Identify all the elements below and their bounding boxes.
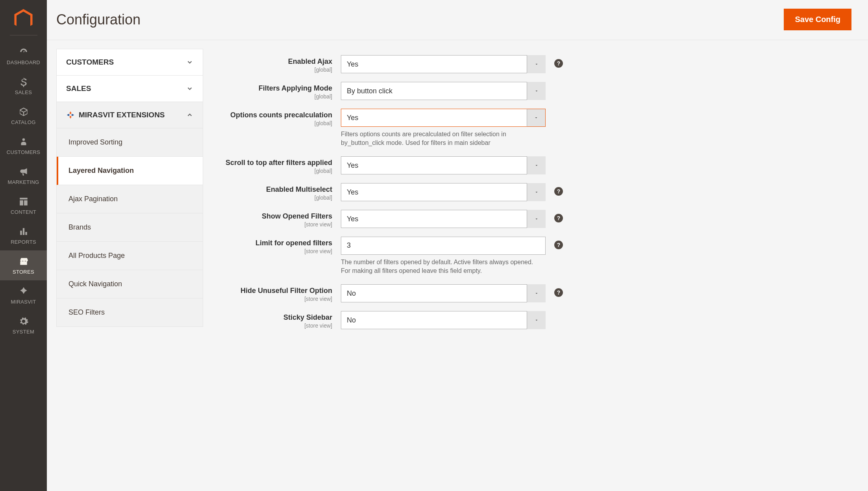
field-filters-mode: Filters Applying Mode [global] By button…: [217, 82, 859, 100]
nav-label: CATALOG: [11, 119, 35, 125]
nav-label: CONTENT: [11, 209, 36, 215]
field-label: Show Opened Filters: [217, 212, 332, 220]
help-icon[interactable]: ?: [554, 241, 563, 249]
field-precalculation: Options counts precalculation [global] Y…: [217, 109, 859, 148]
field-label: Enabled Ajax: [217, 57, 332, 66]
page-body: CUSTOMERS SALES MIRASVIT EXTENSIONS: [47, 40, 868, 346]
scroll-top-select[interactable]: Yes: [341, 156, 546, 174]
subtab-all-products-page[interactable]: All Products Page: [57, 242, 203, 270]
cube-icon: [19, 107, 29, 117]
subtab-brands[interactable]: Brands: [57, 213, 203, 242]
nav-label: STORES: [13, 269, 34, 275]
sticky-sidebar-select[interactable]: No: [341, 311, 546, 329]
mirasvit-tab-icon: [66, 111, 75, 119]
tab-label: MIRASVIT EXTENSIONS: [79, 111, 165, 119]
page-header: Configuration Save Config: [47, 0, 868, 40]
precalculation-select[interactable]: Yes: [341, 109, 546, 127]
tab-customers[interactable]: CUSTOMERS: [57, 49, 203, 76]
main-area: Configuration Save Config CUSTOMERS SALE…: [47, 0, 868, 346]
nav-label: SYSTEM: [13, 329, 34, 335]
help-icon[interactable]: ?: [554, 59, 563, 68]
nav-system[interactable]: SYSTEM: [0, 310, 47, 340]
field-scope: [global]: [217, 168, 332, 174]
field-scope: [store view]: [217, 322, 332, 329]
filters-mode-select[interactable]: By button click: [341, 82, 546, 100]
field-hide-unuseful: Hide Unuseful Filter Option [store view]…: [217, 284, 859, 302]
subtab-layered-navigation[interactable]: Layered Navigation: [57, 157, 203, 185]
config-tabs: CUSTOMERS SALES MIRASVIT EXTENSIONS: [56, 49, 203, 327]
logo-divider: [10, 35, 37, 35]
gear-icon: [19, 316, 29, 326]
tab-label: CUSTOMERS: [66, 58, 114, 67]
person-icon: [19, 137, 29, 147]
hide-unuseful-select[interactable]: No: [341, 284, 546, 302]
nav-stores[interactable]: STORES: [0, 250, 47, 280]
field-enabled-ajax: Enabled Ajax [global] Yes ?: [217, 55, 859, 73]
field-label: Filters Applying Mode: [217, 84, 332, 93]
field-scope: [store view]: [217, 248, 332, 254]
nav-label: MARKETING: [8, 179, 39, 185]
field-scope: [global]: [217, 93, 332, 100]
help-icon[interactable]: ?: [554, 214, 563, 222]
nav-reports[interactable]: REPORTS: [0, 220, 47, 250]
bars-icon: [19, 226, 29, 237]
field-scope: [global]: [217, 67, 332, 73]
nav-mirasvit[interactable]: MIRASVIT: [0, 280, 47, 310]
nav-label: DASHBOARD: [7, 59, 40, 65]
field-label: Sticky Sidebar: [217, 313, 332, 322]
page-title: Configuration: [56, 11, 141, 28]
dollar-icon: [19, 77, 29, 87]
field-label: Limit for opened filters: [217, 239, 332, 247]
field-scroll-top: Scroll to top after filters applied [glo…: [217, 156, 859, 174]
show-opened-select[interactable]: Yes: [341, 210, 546, 228]
tab-label: SALES: [66, 84, 91, 93]
enabled-ajax-select[interactable]: Yes: [341, 55, 546, 73]
field-sticky-sidebar: Sticky Sidebar [store view] No: [217, 311, 859, 329]
nav-content[interactable]: CONTENT: [0, 191, 47, 220]
dashboard-icon: [19, 47, 29, 57]
field-label: Options counts precalculation: [217, 111, 332, 119]
field-show-opened: Show Opened Filters [store view] Yes ?: [217, 210, 859, 228]
chevron-up-icon: [186, 111, 193, 119]
multiselect-select[interactable]: Yes: [341, 183, 546, 201]
subtab-ajax-pagination[interactable]: Ajax Pagination: [57, 185, 203, 213]
nav-catalog[interactable]: CATALOG: [0, 101, 47, 131]
mirasvit-icon: [19, 286, 29, 296]
chevron-down-icon: [186, 59, 193, 66]
nav-customers[interactable]: CUSTOMERS: [0, 131, 47, 161]
field-scope: [store view]: [217, 296, 332, 302]
field-label: Enabled Multiselect: [217, 185, 332, 194]
subtab-quick-navigation[interactable]: Quick Navigation: [57, 270, 203, 298]
form-area: Enabled Ajax [global] Yes ? Filters Appl…: [217, 49, 859, 338]
field-scope: [global]: [217, 195, 332, 201]
help-icon[interactable]: ?: [554, 187, 563, 196]
save-config-button[interactable]: Save Config: [784, 9, 851, 30]
nav-sales[interactable]: SALES: [0, 71, 47, 101]
field-note: The number of filters opened by default.…: [341, 258, 546, 276]
storefront-icon: [19, 256, 29, 267]
nav-dashboard[interactable]: DASHBOARD: [0, 41, 47, 71]
subtab-seo-filters[interactable]: SEO Filters: [57, 298, 203, 326]
nav-label: MIRASVIT: [11, 299, 36, 305]
limit-opened-input[interactable]: [341, 237, 546, 255]
nav-label: CUSTOMERS: [7, 149, 41, 155]
layout-icon: [19, 196, 29, 207]
subtab-improved-sorting[interactable]: Improved Sorting: [57, 128, 203, 157]
admin-sidebar: DASHBOARD SALES CATALOG CUSTOMERS MARKET…: [0, 0, 47, 346]
help-icon[interactable]: ?: [554, 288, 563, 297]
magento-logo-icon: [13, 9, 34, 30]
nav-label: SALES: [15, 89, 32, 95]
nav-label: REPORTS: [11, 239, 36, 245]
field-scope: [store view]: [217, 221, 332, 228]
field-label: Hide Unuseful Filter Option: [217, 287, 332, 295]
megaphone-icon: [19, 167, 29, 177]
field-label: Scroll to top after filters applied: [217, 159, 332, 167]
field-multiselect: Enabled Multiselect [global] Yes ?: [217, 183, 859, 201]
tab-mirasvit-extensions[interactable]: MIRASVIT EXTENSIONS: [57, 102, 203, 128]
nav-marketing[interactable]: MARKETING: [0, 161, 47, 191]
field-note: Filters options counts are precalculated…: [341, 130, 546, 148]
chevron-down-icon: [186, 85, 193, 92]
field-limit-opened: Limit for opened filters [store view] Th…: [217, 237, 859, 276]
tab-sales[interactable]: SALES: [57, 76, 203, 102]
field-scope: [global]: [217, 120, 332, 126]
